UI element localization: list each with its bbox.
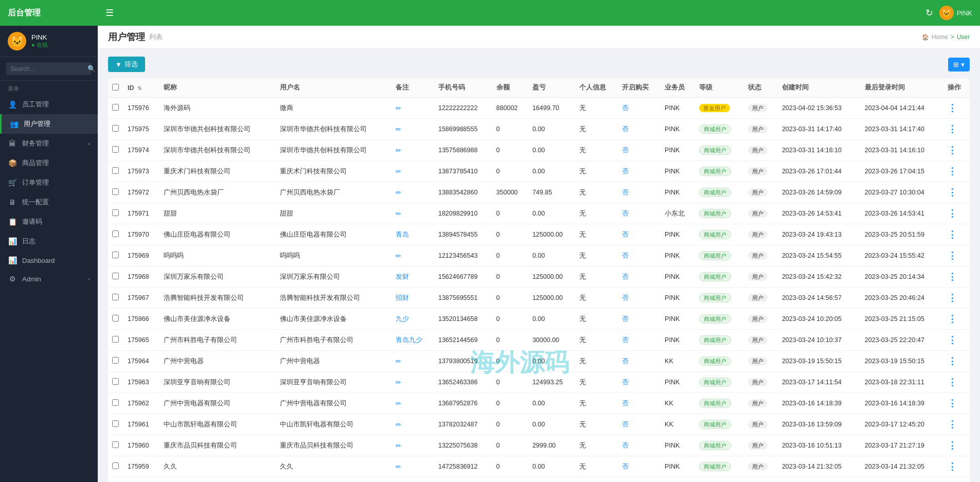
more-actions-button[interactable]: ⋮ xyxy=(948,461,957,472)
row-checkbox[interactable] xyxy=(112,441,119,448)
cell-salesman: KK xyxy=(661,351,695,372)
row-checkbox[interactable] xyxy=(112,125,119,132)
row-checkbox[interactable] xyxy=(112,420,119,427)
row-checkbox[interactable] xyxy=(112,146,119,153)
more-actions-button[interactable]: ⋮ xyxy=(948,229,957,240)
filter-button[interactable]: ▼ 筛选 xyxy=(108,57,145,72)
select-all-checkbox[interactable] xyxy=(112,84,119,91)
more-actions-button[interactable]: ⋮ xyxy=(948,314,957,324)
row-checkbox[interactable] xyxy=(112,315,119,322)
buy-toggle[interactable]: 否 xyxy=(622,252,629,259)
buy-toggle[interactable]: 否 xyxy=(622,210,629,217)
menu-toggle-button[interactable]: ☰ xyxy=(105,7,114,19)
note-edit-icon[interactable]: ✏ xyxy=(396,421,401,429)
table-row: 175975 深圳市华德共创科技有限公司 深圳市华德共创科技有限公司 ✏ 158… xyxy=(108,119,970,140)
sidebar-item-product[interactable]: 📦 商品管理 xyxy=(0,153,98,173)
note-edit-icon[interactable]: ✏ xyxy=(396,463,401,471)
buy-toggle[interactable]: 否 xyxy=(622,168,629,175)
more-actions-button[interactable]: ⋮ xyxy=(948,124,957,134)
row-checkbox[interactable] xyxy=(112,252,119,258)
note-edit-icon[interactable]: ✏ xyxy=(396,379,401,386)
sidebar-item-admin[interactable]: ⚙ Admin ‹ xyxy=(0,270,98,288)
buy-toggle[interactable]: 否 xyxy=(622,336,629,344)
more-actions-button[interactable]: ⋮ xyxy=(948,335,957,345)
more-actions-button[interactable]: ⋮ xyxy=(948,398,957,408)
row-checkbox[interactable] xyxy=(112,399,119,406)
more-actions-button[interactable]: ⋮ xyxy=(948,440,957,451)
row-checkbox[interactable] xyxy=(112,104,119,111)
note-edit-icon[interactable]: ✏ xyxy=(396,168,401,175)
more-actions-button[interactable]: ⋮ xyxy=(948,208,957,219)
sidebar-item-finance[interactable]: 🏛 财务管理 ‹ xyxy=(0,134,98,153)
row-checkbox[interactable] xyxy=(112,273,119,279)
buy-toggle[interactable]: 否 xyxy=(622,400,629,407)
more-actions-button[interactable]: ⋮ xyxy=(948,251,957,261)
buy-toggle[interactable]: 否 xyxy=(622,463,629,470)
more-actions-button[interactable]: ⋮ xyxy=(948,377,957,387)
row-checkbox[interactable] xyxy=(112,209,119,216)
note-edit-icon[interactable]: ✏ xyxy=(396,442,401,450)
table-body: 175976 海外源码 微商 ✏ 12222222222 880002 1649… xyxy=(108,98,970,483)
refresh-button[interactable]: ↻ xyxy=(925,7,933,19)
note-edit-icon[interactable]: ✏ xyxy=(396,189,401,197)
th-action: 操作 xyxy=(943,78,970,98)
note-link[interactable]: 发财 xyxy=(396,273,409,280)
note-link[interactable]: 招财 xyxy=(396,294,409,301)
note-edit-icon[interactable]: ✏ xyxy=(396,400,401,407)
note-link[interactable]: 青岛九少 xyxy=(396,336,422,344)
row-checkbox-cell xyxy=(108,456,123,477)
more-actions-button[interactable]: ⋮ xyxy=(948,272,957,282)
sidebar-item-log[interactable]: 📊 日志 xyxy=(0,231,98,251)
sidebar-item-staff[interactable]: 👤 员工管理 xyxy=(0,95,98,114)
buy-toggle[interactable]: 否 xyxy=(622,421,629,428)
row-checkbox[interactable] xyxy=(112,294,119,300)
topbar-user-badge[interactable]: 🐱 PINK xyxy=(939,6,972,20)
buy-toggle[interactable]: 否 xyxy=(622,189,629,196)
buy-toggle[interactable]: 否 xyxy=(622,315,629,323)
note-link[interactable]: 青岛 xyxy=(396,231,409,238)
row-checkbox[interactable] xyxy=(112,188,119,195)
note-edit-icon[interactable]: ✏ xyxy=(396,147,401,154)
column-toggle-button[interactable]: ⊞ ▾ xyxy=(948,58,970,72)
user-details: PINK 在线 xyxy=(31,33,48,49)
buy-toggle[interactable]: 否 xyxy=(622,231,629,238)
sidebar-item-user[interactable]: 👥 用户管理 xyxy=(0,114,98,134)
sidebar-header: 后台管理 xyxy=(0,0,98,26)
more-actions-button[interactable]: ⋮ xyxy=(948,356,957,366)
row-checkbox[interactable] xyxy=(112,462,119,469)
note-edit-icon[interactable]: ✏ xyxy=(396,210,401,218)
row-checkbox[interactable] xyxy=(112,336,119,343)
sidebar-item-order[interactable]: 🛒 订单管理 xyxy=(0,173,98,192)
row-checkbox[interactable] xyxy=(112,230,119,237)
note-edit-icon[interactable]: ✏ xyxy=(396,252,401,260)
sidebar-item-dashboard[interactable]: 📊 Dashboard xyxy=(0,251,98,270)
note-link[interactable]: 九少 xyxy=(396,315,409,323)
more-actions-button[interactable]: ⋮ xyxy=(948,103,957,113)
sidebar-item-config[interactable]: 🖥 统一配置 xyxy=(0,192,98,212)
buy-toggle[interactable]: 否 xyxy=(622,104,629,112)
buy-toggle[interactable]: 否 xyxy=(622,273,629,280)
buy-toggle[interactable]: 否 xyxy=(622,147,629,154)
buy-toggle[interactable]: 否 xyxy=(622,294,629,301)
more-actions-button[interactable]: ⋮ xyxy=(948,145,957,155)
cell-nickname: 广州贝西电热水袋厂 xyxy=(159,182,275,203)
buy-toggle[interactable]: 否 xyxy=(622,126,629,133)
buy-toggle[interactable]: 否 xyxy=(622,442,629,449)
more-actions-button[interactable]: ⋮ xyxy=(948,419,957,430)
status-badge: 用户 xyxy=(748,357,768,365)
row-checkbox[interactable] xyxy=(112,167,119,174)
row-checkbox[interactable] xyxy=(112,357,119,364)
note-edit-icon[interactable]: ✏ xyxy=(396,126,401,133)
more-actions-button[interactable]: ⋮ xyxy=(948,293,957,303)
more-actions-button[interactable]: ⋮ xyxy=(948,166,957,176)
row-checkbox[interactable] xyxy=(112,378,119,385)
note-edit-icon[interactable]: ✏ xyxy=(396,358,401,365)
buy-toggle[interactable]: 否 xyxy=(622,358,629,365)
search-input[interactable] xyxy=(10,65,87,73)
note-edit-icon[interactable]: ✏ xyxy=(396,104,401,112)
sidebar-item-invite[interactable]: 📋 邀请码 xyxy=(0,212,98,231)
buy-toggle[interactable]: 否 xyxy=(622,379,629,386)
more-actions-button[interactable]: ⋮ xyxy=(948,187,957,198)
table-row: 175967 浩腾智能科技开发有限公司 浩腾智能科技开发有限公司 招财 1387… xyxy=(108,288,970,309)
breadcrumb-home[interactable]: Home xyxy=(932,33,948,41)
